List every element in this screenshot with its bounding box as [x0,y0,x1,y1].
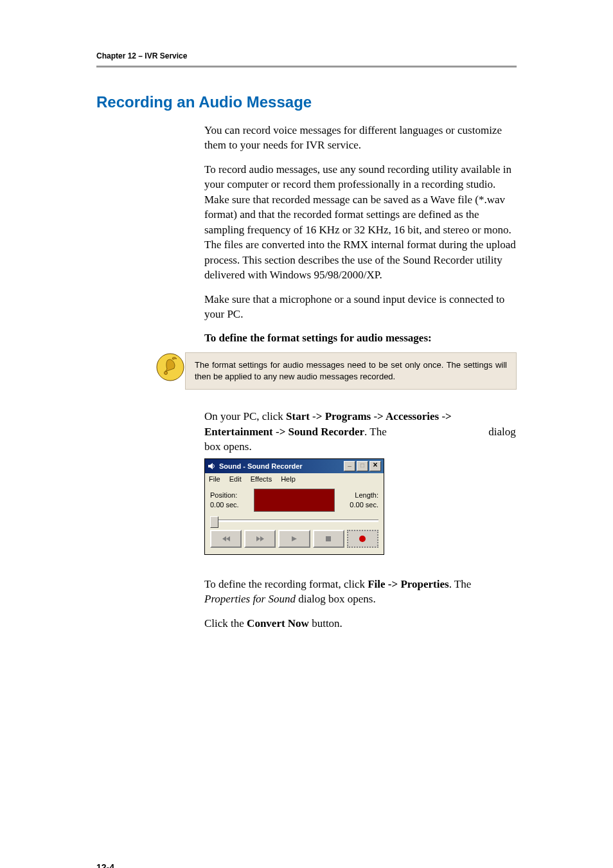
subheading: To define the format settings for audio … [204,330,517,345]
chapter-header: Chapter 12 – IVR Service [96,51,517,60]
page-number: 12-4 [96,862,517,868]
svg-point-1 [164,371,168,374]
note-text: The format settings for audio messages n… [185,352,517,390]
step-1: On your PC, click Start -> Programs -> A… [204,409,517,454]
intro-para-3: Make sure that a microphone or a sound i… [204,292,517,322]
minimize-button[interactable] [344,461,355,471]
step-2: To define the recording format, click Fi… [204,577,517,607]
intro-para-1: You can record voice messages for differ… [204,123,517,153]
play-button[interactable] [278,530,310,548]
step-3: Click the Convert Now button. [204,616,517,631]
record-icon [359,536,366,542]
maximize-button [357,461,368,471]
window-title: Sound - Sound Recorder [219,462,303,470]
speaker-icon [208,462,217,470]
menu-edit[interactable]: Edit [229,475,242,483]
position-readout: Position: 0.00 sec. [210,491,250,509]
menu-help[interactable]: Help [281,475,296,483]
titlebar[interactable]: Sound - Sound Recorder [205,459,384,473]
playback-slider[interactable] [210,516,378,525]
svg-rect-2 [326,536,331,541]
seek-start-button[interactable] [210,530,242,548]
menu-bar: File Edit Effects Help [205,473,384,485]
menu-file[interactable]: File [209,475,220,483]
section-title: Recording an Audio Message [96,93,517,111]
intro-para-2: To record audio messages, use any sound … [204,162,517,283]
sound-recorder-window: Sound - Sound Recorder File Edit Effects… [204,458,384,555]
note-icon [155,352,185,384]
stop-button[interactable] [313,530,344,548]
record-button[interactable] [347,530,378,548]
header-rule [96,66,517,68]
close-button[interactable] [369,461,381,471]
seek-end-button[interactable] [244,530,276,548]
length-readout: Length: 0.00 sec. [339,491,378,509]
menu-effects[interactable]: Effects [251,475,272,483]
waveform-display [254,489,335,512]
